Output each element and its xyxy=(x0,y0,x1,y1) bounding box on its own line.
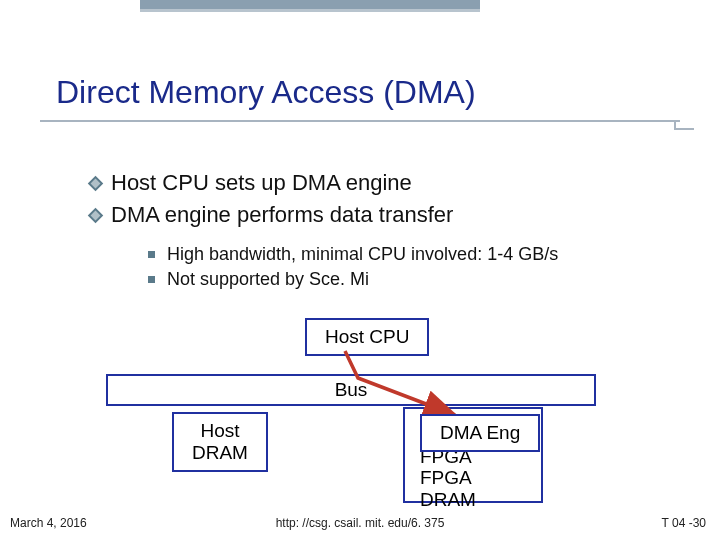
subbullet-item: High bandwidth, minimal CPU involved: 1-… xyxy=(148,244,558,265)
diagram-dma-eng: DMA Eng xyxy=(420,414,540,452)
diagram-fpga-labels: FPGA FPGA DRAM xyxy=(420,446,476,510)
bullet-list: Host CPU sets up DMA engine DMA engine p… xyxy=(90,170,453,234)
title-underline-tail xyxy=(674,120,694,130)
diamond-icon xyxy=(88,207,104,223)
diagram-bus: Bus xyxy=(106,374,596,406)
top-accent-bar xyxy=(140,0,480,12)
diagram-host-dram: Host DRAM xyxy=(172,412,268,472)
footer-url: http: //csg. csail. mit. edu/6. 375 xyxy=(0,516,720,530)
fpga-line2: FPGA xyxy=(420,467,476,488)
fpga-line3: DRAM xyxy=(420,489,476,510)
square-icon xyxy=(148,276,155,283)
bullet-item: DMA engine performs data transfer xyxy=(90,202,453,228)
subbullet-list: High bandwidth, minimal CPU involved: 1-… xyxy=(148,244,558,294)
diamond-icon xyxy=(88,175,104,191)
subbullet-text: High bandwidth, minimal CPU involved: 1-… xyxy=(167,244,558,265)
hostdram-line1: Host xyxy=(192,420,248,442)
bullet-text: Host CPU sets up DMA engine xyxy=(111,170,412,196)
hostdram-line2: DRAM xyxy=(192,442,248,464)
bullet-text: DMA engine performs data transfer xyxy=(111,202,453,228)
footer-slide-number: T 04 -30 xyxy=(662,516,706,530)
slide-title: Direct Memory Access (DMA) xyxy=(56,74,476,111)
subbullet-text: Not supported by Sce. Mi xyxy=(167,269,369,290)
bullet-item: Host CPU sets up DMA engine xyxy=(90,170,453,196)
square-icon xyxy=(148,251,155,258)
diagram-host-cpu: Host CPU xyxy=(305,318,429,356)
title-underline xyxy=(40,120,680,122)
subbullet-item: Not supported by Sce. Mi xyxy=(148,269,558,290)
